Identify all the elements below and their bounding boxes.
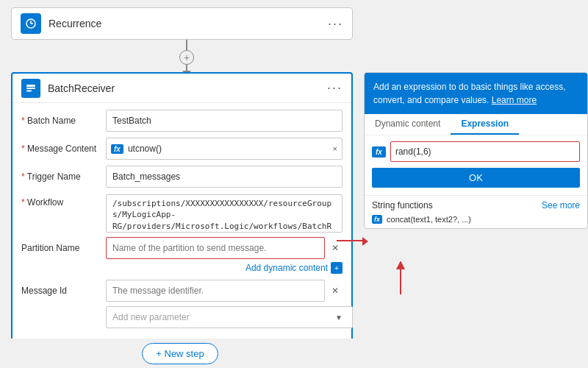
recurrence-more-button[interactable]: ··· [328, 16, 343, 32]
batch-icon [21, 79, 40, 98]
workflow-row: * Workflow /subscriptions/XXXXXXXXXXXXXX… [21, 193, 343, 233]
expression-fx-badge: fx [372, 146, 386, 158]
expression-panel: Add an expression to do basic things lik… [364, 72, 588, 229]
fx-value: utcnow() [128, 144, 330, 154]
string-functions-more[interactable]: See more [542, 200, 580, 210]
string-functions-header: String functions See more [372, 200, 580, 210]
partition-name-row: Partition Name ✕ [21, 237, 343, 259]
expression-input[interactable] [390, 141, 580, 162]
add-dynamic-link[interactable]: Add dynamic content [245, 263, 328, 273]
arrow-head [362, 237, 368, 246]
batch-name-label: * Batch Name [21, 116, 106, 126]
batch-title: BatchReceiver [48, 82, 327, 94]
recurrence-title: Recurrence [49, 18, 328, 29]
string-function-item: fx concat(text1, text2?, ...) [372, 213, 580, 225]
batch-header: BatchReceiver ··· [12, 74, 351, 103]
connector-line-top [186, 40, 187, 50]
expression-tabs: Dynamic content Expression [365, 114, 587, 135]
tab-dynamic-content[interactable]: Dynamic content [365, 114, 451, 135]
fx-badge: fx [111, 144, 123, 154]
expression-ok-button[interactable]: OK [372, 168, 580, 188]
learn-more-link[interactable]: Learn more [492, 95, 537, 105]
add-param-row: Add new parameter ▼ [21, 306, 343, 328]
recurrence-block: Recurrence ··· [11, 7, 353, 40]
connector-line-bottom [186, 65, 187, 71]
batch-form: * Batch Name * Message Content fx utcnow… [12, 103, 351, 340]
expression-header-text: Add an expression to do basic things lik… [373, 82, 565, 105]
string-functions-title: String functions [372, 200, 433, 210]
recurrence-icon [21, 13, 41, 34]
message-id-input[interactable] [106, 280, 325, 302]
connector: + [179, 40, 194, 77]
new-step-label: + New step [156, 348, 204, 359]
fx-close-button[interactable]: × [333, 144, 337, 153]
expression-input-row: fx [365, 135, 587, 168]
batch-receiver-block: BatchReceiver ··· * Batch Name * Message… [11, 72, 353, 342]
svg-rect-1 [26, 85, 35, 87]
expression-panel-header: Add an expression to do basic things lik… [365, 73, 587, 114]
batch-name-input[interactable] [106, 110, 343, 132]
batch-more-button[interactable]: ··· [327, 80, 343, 96]
workflow-textarea[interactable]: /subscriptions/XXXXXXXXXXXXXXXX/resource… [106, 194, 343, 233]
ok-to-input-arrow [386, 261, 415, 298]
partition-clear-button[interactable]: ✕ [328, 241, 343, 255]
new-step-button[interactable]: + New step [142, 343, 218, 364]
message-id-label: Message Id [21, 286, 106, 296]
svg-rect-3 [26, 90, 32, 91]
partition-name-label: Partition Name [21, 243, 106, 253]
message-id-row: Message Id ✕ [21, 280, 343, 302]
message-content-label: * Message Content [21, 144, 106, 154]
workflow-label: * Workflow [21, 194, 106, 208]
add-step-button[interactable]: + [179, 50, 194, 65]
tab-expression[interactable]: Expression [451, 114, 519, 135]
arrow-connector [337, 240, 366, 241]
add-param-select[interactable]: Add new parameter [106, 306, 353, 328]
trigger-name-row: * Trigger Name [21, 165, 343, 188]
svg-rect-2 [26, 88, 35, 89]
add-dynamic-row: Add dynamic content + [21, 261, 343, 277]
message-content-row: * Message Content fx utcnow() × [21, 137, 343, 160]
string-function-label[interactable]: concat(text1, text2?, ...) [387, 215, 471, 224]
trigger-name-input[interactable] [106, 166, 343, 188]
message-content-fx-tag: fx utcnow() × [106, 138, 343, 160]
string-fx-badge: fx [372, 215, 382, 224]
batch-name-row: * Batch Name [21, 109, 343, 132]
add-dynamic-icon[interactable]: + [331, 262, 343, 274]
partition-name-input[interactable] [106, 237, 325, 259]
string-functions-section: String functions See more fx concat(text… [365, 195, 587, 228]
new-step-area: + New step [0, 339, 360, 368]
message-id-clear-button[interactable]: ✕ [328, 283, 343, 298]
trigger-name-label: * Trigger Name [21, 171, 106, 182]
